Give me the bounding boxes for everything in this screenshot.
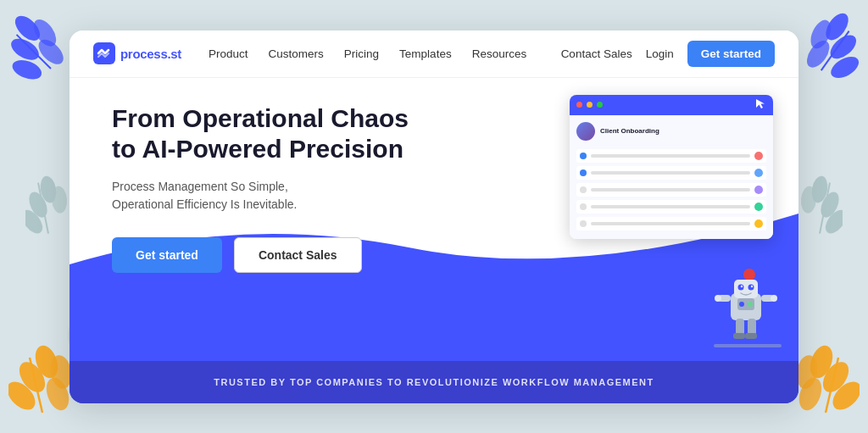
mockup-line-4 bbox=[591, 205, 750, 208]
mockup-avatar bbox=[576, 122, 595, 141]
svg-rect-48 bbox=[733, 333, 745, 339]
decorative-leaf-mid-right bbox=[796, 174, 843, 245]
main-card: process.st Product Customers Pricing Tem… bbox=[70, 31, 798, 403]
nav-link-pricing[interactable]: Pricing bbox=[344, 47, 379, 60]
login-nav[interactable]: Login bbox=[646, 47, 674, 60]
mockup-body: Client Onboarding bbox=[570, 115, 773, 239]
mockup-row-5 bbox=[576, 217, 766, 230]
brand-name: process.st bbox=[120, 47, 181, 61]
svg-point-45 bbox=[771, 295, 777, 302]
svg-point-38 bbox=[738, 284, 744, 290]
svg-point-2 bbox=[10, 57, 45, 83]
mockup-line-1 bbox=[591, 154, 750, 158]
hero-buttons: Get started Contact Sales bbox=[112, 237, 409, 273]
nav-link-product[interactable]: Product bbox=[209, 47, 248, 60]
nav-link-customers[interactable]: Customers bbox=[269, 47, 324, 60]
hero-title-line1: From Operational Chaos bbox=[112, 104, 409, 132]
decorative-leaf-top-right bbox=[800, 8, 860, 88]
mockup-row-1 bbox=[576, 149, 766, 163]
svg-point-44 bbox=[715, 295, 721, 302]
mockup-line-5 bbox=[591, 222, 750, 225]
mockup-row-2 bbox=[576, 166, 766, 180]
brand-suffix: .st bbox=[167, 47, 181, 61]
hero-title-line2: to AI-Powered Precision bbox=[112, 135, 403, 163]
get-started-nav-button[interactable]: Get started bbox=[687, 41, 775, 67]
decorative-leaf-top-left bbox=[8, 8, 68, 88]
svg-rect-49 bbox=[745, 333, 757, 339]
mockup-cursor bbox=[754, 97, 766, 113]
contact-sales-hero-button[interactable]: Contact Sales bbox=[234, 237, 362, 273]
svg-point-51 bbox=[739, 302, 744, 307]
mockup-line-3 bbox=[591, 188, 750, 192]
logo[interactable]: process.st bbox=[93, 42, 181, 64]
mockup-dot-yellow bbox=[587, 102, 593, 108]
logo-icon bbox=[93, 42, 115, 64]
svg-point-39 bbox=[748, 284, 754, 290]
mockup-header: Client Onboarding bbox=[576, 122, 766, 141]
mockup-check-2 bbox=[580, 169, 587, 176]
mockup-check-5 bbox=[580, 220, 587, 227]
svg-point-35 bbox=[743, 269, 755, 280]
mockup-check-4 bbox=[580, 203, 587, 210]
robot-svg bbox=[714, 268, 782, 361]
mockup-line-2 bbox=[591, 171, 750, 175]
nav-link-resources[interactable]: Resources bbox=[472, 47, 527, 60]
mockup-avatar-5 bbox=[754, 219, 763, 228]
navbar: process.st Product Customers Pricing Tem… bbox=[70, 31, 798, 78]
mockup-avatar-4 bbox=[754, 203, 763, 211]
robot-illustration bbox=[714, 268, 782, 353]
mockup-window: Client Onboarding bbox=[570, 95, 773, 239]
mockup-avatar-3 bbox=[754, 186, 763, 194]
svg-point-40 bbox=[741, 285, 743, 286]
hero-title: From Operational Chaos to AI-Powered Pre… bbox=[112, 103, 409, 164]
mockup-titlebar bbox=[570, 95, 773, 115]
svg-rect-53 bbox=[714, 344, 782, 347]
hero-subtitle: Process Management So Simple,Operational… bbox=[112, 178, 409, 214]
nav-right: Contact Sales Login Get started bbox=[561, 41, 775, 67]
brand-name-main: process bbox=[120, 47, 167, 61]
trusted-text: TRUSTED BY TOP COMPANIES TO REVOLUTIONIZ… bbox=[214, 377, 654, 387]
mockup-avatar-2 bbox=[754, 169, 763, 177]
hero-section: TRUSTED BY TOP COMPANIES TO REVOLUTIONIZ… bbox=[70, 78, 798, 403]
svg-point-52 bbox=[748, 302, 753, 307]
mockup-title: Client Onboarding bbox=[600, 127, 659, 135]
svg-point-41 bbox=[751, 285, 753, 286]
contact-sales-nav[interactable]: Contact Sales bbox=[561, 47, 632, 60]
get-started-hero-button[interactable]: Get started bbox=[112, 237, 222, 273]
mockup-row-4 bbox=[576, 200, 766, 214]
mockup-check-1 bbox=[580, 153, 587, 159]
dashboard-mockup: Client Onboarding bbox=[570, 95, 773, 239]
hero-content: From Operational Chaos to AI-Powered Pre… bbox=[112, 103, 409, 273]
trusted-bar: TRUSTED BY TOP COMPANIES TO REVOLUTIONIZ… bbox=[70, 361, 798, 403]
mockup-dot-red bbox=[576, 102, 582, 108]
mockup-check-3 bbox=[580, 186, 587, 193]
decorative-leaf-mid-left bbox=[25, 174, 72, 245]
nav-links: Product Customers Pricing Templates Reso… bbox=[209, 47, 561, 60]
mockup-dot-green bbox=[597, 102, 603, 108]
mockup-row-3 bbox=[576, 183, 766, 197]
nav-link-templates[interactable]: Templates bbox=[399, 47, 452, 60]
mockup-avatar-1 bbox=[754, 152, 763, 160]
